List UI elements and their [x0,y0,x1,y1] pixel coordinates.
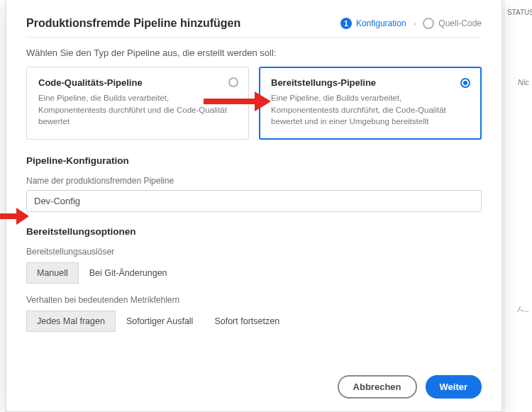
metric-fail[interactable]: Sofortiger Ausfall [116,311,204,332]
wizard-stepper: 1 Konfiguration › Quell-Code [340,18,482,29]
type-prompt: Wählen Sie den Typ der Pipeline aus, die… [26,48,482,58]
header-divider [26,37,482,38]
step-label: Quell-Code [438,18,482,28]
status-header: STATUS [507,9,529,16]
step-quellcode[interactable]: Quell-Code [423,18,482,29]
add-pipeline-modal: Produktionsfremde Pipeline hinzufügen 1 … [6,0,502,412]
card-title: Code-Qualitäts-Pipeline [38,77,237,88]
step-circle-icon [423,18,434,29]
card-code-quality[interactable]: Code-Qualitäts-Pipeline Eine Pipeline, d… [26,67,249,140]
metric-group: Jedes Mal fragen Sofortiger Ausfall Sofo… [26,311,482,332]
modal-title: Produktionsfremde Pipeline hinzufügen [26,17,240,30]
metric-ask[interactable]: Jedes Mal fragen [26,311,116,332]
trigger-label: Bereitstellungsauslöser [26,247,482,257]
modal-footer: Abbrechen Weiter [26,368,482,399]
bg-text-dash: /-... [518,305,529,313]
step-label: Konfiguration [356,18,406,28]
trigger-manual[interactable]: Manuell [26,262,79,284]
metric-behavior-label: Verhalten bei bedeutenden Metrikfehlern [26,295,482,305]
trigger-group: Manuell Bei Git-Änderungen [26,262,482,284]
pipeline-type-cards: Code-Qualitäts-Pipeline Eine Pipeline, d… [26,67,482,140]
bg-text-nic: Nic [518,78,529,87]
trigger-git[interactable]: Bei Git-Änderungen [79,262,178,284]
config-heading: Pipeline-Konfiguration [26,155,482,166]
pipeline-name-input[interactable] [26,190,482,212]
step-number-icon: 1 [340,18,352,29]
card-desc: Eine Pipeline, die Builds verarbeitet, K… [271,92,470,128]
background-column: STATUS Nic /-... [504,0,532,412]
modal-header: Produktionsfremde Pipeline hinzufügen 1 … [26,17,482,30]
card-desc: Eine Pipeline, die Builds verarbeitet, K… [38,92,237,128]
radio-on-icon [460,78,470,88]
step-konfiguration[interactable]: 1 Konfiguration [340,18,406,29]
radio-off-icon [228,77,238,87]
cancel-button[interactable]: Abbrechen [338,375,417,399]
metric-continue[interactable]: Sofort fortsetzen [204,311,290,332]
card-deployment[interactable]: Bereitstellungs-Pipeline Eine Pipeline, … [259,67,482,140]
card-title: Bereitstellungs-Pipeline [271,77,470,88]
next-button[interactable]: Weiter [426,375,482,399]
chevron-right-icon: › [414,19,416,28]
pipeline-name-label: Name der produktionsfremden Pipeline [26,176,482,186]
deploy-options-heading: Bereitstellungsoptionen [26,226,482,237]
